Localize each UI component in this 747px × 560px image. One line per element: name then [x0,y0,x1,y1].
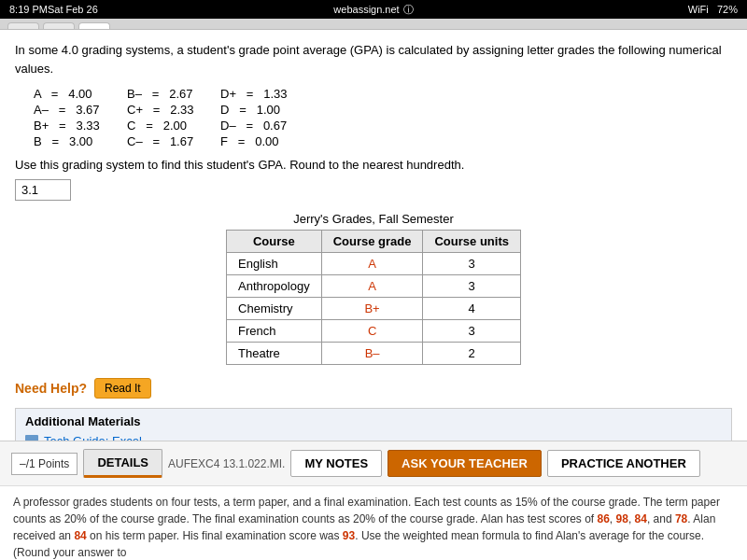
grade-row-1: A = 4.00 B– = 2.67 D+ = 1.33 [34,87,732,101]
tab-3[interactable] [78,22,110,29]
table-row: AnthropologyA3 [227,275,521,298]
cell-units: 3 [423,320,520,343]
col-units: Course units [423,231,520,253]
grades-table-wrapper: Jerry's Grades, Fall Semester Course Cou… [226,212,521,365]
need-help-section: Need Help? Read It [15,378,732,399]
cell-course: Theatre [227,343,322,365]
status-url: webassign.net ⓘ [333,3,413,17]
grade-row-3: B+ = 3.33 C = 2.00 D– = 0.67 [34,119,732,133]
table-title: Jerry's Grades, Fall Semester [226,212,521,226]
materials-links: Tech Guide: ExcelTech Guide: TI-83/84Tec… [25,434,722,441]
cell-grade: C [321,320,423,343]
problem-text: In some 4.0 grading systems, a student's… [15,41,732,77]
cell-course: Anthropology [227,275,322,298]
table-row: EnglishA3 [227,253,521,275]
score-86: 86 [597,512,609,525]
cell-grade: B– [321,343,423,365]
ask-teacher-button[interactable]: ASK YOUR TEACHER [388,450,542,477]
col-course: Course [227,231,322,253]
score-93: 93 [343,529,355,542]
practice-another-button[interactable]: PRACTICE ANOTHER [547,450,700,477]
cell-units: 4 [423,298,520,320]
need-help-label: Need Help? [15,381,87,396]
additional-materials-title: Additional Materials [25,414,722,428]
read-it-button[interactable]: Read It [94,378,151,399]
cell-course: Chemistry [227,298,322,320]
cell-grade: A [321,253,423,275]
cell-units: 3 [423,253,520,275]
details-button[interactable]: DETAILS [83,449,162,478]
top-tabs [0,19,747,30]
grades-table: Course Course grade Course units English… [226,230,521,365]
grade-row-2: A– = 3.67 C+ = 2.33 D = 1.00 [34,103,732,117]
cell-grade: A [321,275,423,298]
cell-grade: B+ [321,298,423,320]
score-98: 98 [616,512,628,525]
material-link[interactable]: Tech Guide: Excel [25,434,722,441]
bottom-toolbar: –/1 Points DETAILS AUFEXC4 13.1.022.MI. … [0,441,747,485]
points-badge: –/1 Points [11,453,78,475]
main-content: In some 4.0 grading systems, a student's… [0,30,747,441]
table-container: Jerry's Grades, Fall Semester Course Cou… [15,212,732,365]
my-notes-button[interactable]: MY NOTES [290,450,382,477]
status-bar: 8:19 PM Sat Feb 26 webassign.net ⓘ WiFi … [0,0,747,19]
tab-1[interactable] [7,22,39,29]
table-row: FrenchC3 [227,320,521,343]
cell-units: 2 [423,343,520,365]
score-84a: 84 [635,512,647,525]
problem-code: AUFEXC4 13.1.022.MI. [168,457,285,470]
table-header-row: Course Course grade Course units [227,231,521,253]
col-grade: Course grade [321,231,423,253]
grade-row-4: B = 3.00 C– = 1.67 F = 0.00 [34,134,732,148]
cell-course: French [227,320,322,343]
score-78: 78 [675,512,687,525]
table-row: TheatreB–2 [227,343,521,365]
status-battery: WiFi 72% [688,4,738,15]
next-section-preview: A professor grades students on four test… [0,485,747,560]
next-section-text: A professor grades students on four test… [13,496,720,559]
status-time: 8:19 PM [9,4,48,15]
score-84b: 84 [74,529,86,542]
answer-input[interactable] [15,179,71,201]
status-date: Sat Feb 26 [48,4,98,15]
grading-instruction: Use this grading system to find this stu… [15,158,732,172]
grade-values: A = 4.00 B– = 2.67 D+ = 1.33 A– = 3.67 C… [34,87,732,148]
cell-course: English [227,253,322,275]
table-row: ChemistryB+4 [227,298,521,320]
additional-materials: Additional Materials Tech Guide: ExcelTe… [15,408,732,441]
cell-units: 3 [423,275,520,298]
tab-2[interactable] [43,22,75,29]
